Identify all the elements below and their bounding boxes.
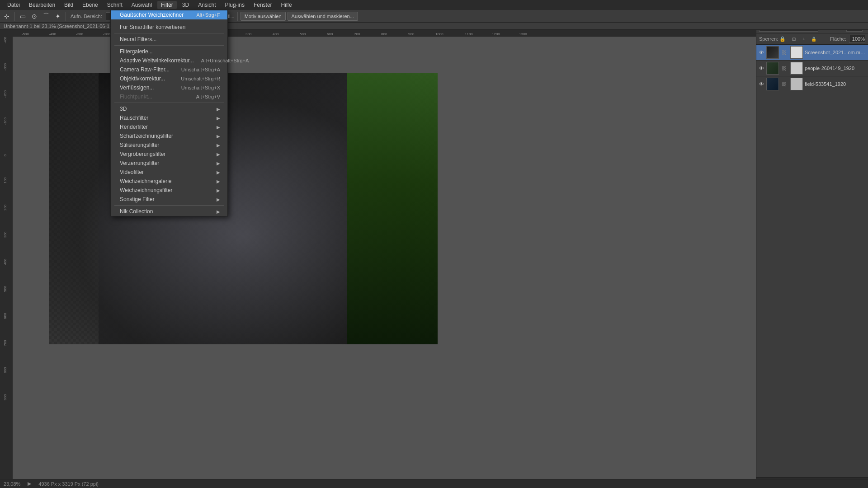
filter-sonstige[interactable]: Sonstige Filter ▶ [111,195,227,204]
filter-verfluessigen[interactable]: Verflüssigen... Umschalt+Strg+X [111,83,227,92]
filter-objektiv-shortcut: Umschalt+Strg+R [181,76,220,81]
layer-mask-screenshot [790,46,803,59]
svg-text:-300: -300 [76,32,84,36]
toolbar-separator-2 [66,12,66,21]
filter-fluchtpunkt-label: Fluchtpunkt... [120,94,152,100]
motiv-auswaehlen-btn[interactable]: Motiv auswählen [241,12,286,21]
svg-text:700: 700 [3,340,7,346]
layer-name-people: people-2604149_1920 [805,66,866,71]
filter-stilisierung-arrow: ▶ [217,143,220,148]
layer-chain-3: ⛓ [782,81,787,87]
filter-scharf[interactable]: Scharfzeichnungsfilter ▶ [111,131,227,141]
menu-datei[interactable]: Datei [4,1,24,9]
filter-video-label: Videofilter [120,169,144,175]
filter-vergroe[interactable]: Vergröberungsfilter ▶ [111,150,227,159]
menu-fenster[interactable]: Fenster [250,1,276,9]
filter-objektiv[interactable]: Objektivkorrektur... Umschalt+Strg+R [111,74,227,83]
filter-weich-galerie-label: Weichzeichnergalerie [120,178,172,184]
rect-select-btn[interactable]: ▭ [18,11,28,21]
auswaehlen-maskieren-btn[interactable]: Auswählen und maskieren... [288,12,358,21]
document-dimensions: 4936 Px x 3319 Px (72 ppi) [38,481,99,487]
layer-vis-people[interactable]: 👁 [758,65,764,71]
filter-gallery-label: Filtergalerie... [120,48,153,55]
layer-chain-1: ⛓ [782,50,787,55]
canvas-document[interactable] [49,73,438,344]
menu-hilfe[interactable]: Hilfe [278,1,296,9]
layer-vis-field[interactable]: 👁 [758,81,764,87]
svg-text:300: 300 [245,32,252,36]
filter-weich-filter[interactable]: Weichzeichnungsfilter ▶ [111,186,227,195]
layer-item-field[interactable]: 👁 ⛓ field-533541_1920 [756,76,868,92]
menu-3d[interactable]: 3D [179,1,193,9]
layer-name-field: field-533541_1920 [805,81,866,87]
filter-sep-1 [114,21,224,21]
menu-ebene[interactable]: Ebene [79,1,102,9]
filter-objektiv-label: Objektivkorrektur... [120,75,165,82]
filter-weich-galerie-arrow: ▶ [217,179,220,184]
right-panel: Ebenen Kanäle Pfade 3D ⊟ Art Art ⊡ ◑ T □… [756,0,868,488]
magic-wand-btn[interactable]: ✦ [53,11,63,21]
svg-text:-200: -200 [3,90,7,98]
filter-3d[interactable]: 3D ▶ [111,104,227,113]
filter-render[interactable]: Renderfilter ▶ [111,122,227,131]
fill-lock-row: Sperren: 🔒 ⊡ + 🔒 Fläche: [756,33,868,45]
svg-text:600: 600 [3,313,7,319]
filter-rausch[interactable]: Rauschfilter ▶ [111,113,227,122]
filter-gauss-item[interactable]: Gaußscher Weichzeichner Alt+Strg+F [111,10,227,19]
lock-all-btn[interactable]: 🔒 [810,35,817,42]
svg-text:900: 900 [3,394,7,400]
layer-vis-screenshot[interactable]: 👁 [758,49,764,56]
lock-pos-btn[interactable]: + [800,35,807,42]
svg-text:1000: 1000 [435,32,443,36]
filter-rausch-arrow: ▶ [217,116,220,121]
svg-text:-200: -200 [103,32,111,36]
ruler-corner [0,30,13,37]
menu-filter[interactable]: Filter [157,1,177,9]
menu-schrift[interactable]: Schrift [104,1,126,9]
lock-px-btn[interactable]: ⊡ [790,35,797,42]
zoom-level: 23,08% [4,481,20,487]
filter-stilisierung-label: Stilisierungsfilter [120,142,159,148]
svg-text:700: 700 [354,32,360,36]
svg-text:100: 100 [3,177,7,183]
filter-render-label: Renderfilter [120,124,148,130]
filter-adaptive[interactable]: Adaptive Weitwinkelkorrektur... Alt+Umsc… [111,56,227,65]
status-bar: 23,08% ▶ 4936 Px x 3319 Px (72 ppi) [0,479,868,488]
menu-auswahl[interactable]: Auswahl [128,1,156,9]
filter-smart-convert[interactable]: Für Smartfilter konvertieren [111,23,227,32]
filter-video-arrow: ▶ [217,170,220,175]
layers-list: 👁 ⛓ Screenshot_2021...om.mui.gallery 👁 ⛓… [756,45,868,92]
layer-item-people[interactable]: 👁 ⛓ people-2604149_1920 [756,61,868,76]
filter-camera-raw[interactable]: Camera Raw-Filter... Umschalt+Strg+A [111,65,227,74]
lock-label: Sperren: 🔒 [759,36,786,42]
svg-text:600: 600 [327,32,333,36]
svg-text:1300: 1300 [519,32,527,36]
filter-neural[interactable]: Neural Filters... [111,35,227,44]
filter-verzerrung[interactable]: Verzerrungsfilter ▶ [111,159,227,168]
menu-bild[interactable]: Bild [61,1,77,9]
move-tool-btn[interactable]: ⊹ [2,11,12,21]
svg-text:-300: -300 [3,63,7,70]
svg-text:800: 800 [381,32,387,36]
layer-mask-people [790,62,803,75]
status-separator: ▶ [28,481,31,487]
menu-ansicht[interactable]: Ansicht [194,1,219,9]
filter-sep-5 [114,205,224,206]
filter-3d-arrow: ▶ [217,107,220,112]
layer-item-screenshot[interactable]: 👁 ⛓ Screenshot_2021...om.mui.gallery [756,45,868,61]
filter-stilisierung[interactable]: Stilisierungsfilter ▶ [111,141,227,150]
filter-weich-galerie[interactable]: Weichzeichnergalerie ▶ [111,177,227,186]
svg-text:200: 200 [3,204,7,211]
filter-verfluessigen-shortcut: Umschalt+Strg+X [181,85,220,90]
filter-nik[interactable]: Nik Collection ▶ [111,207,227,216]
filter-rausch-label: Rauschfilter [120,115,148,121]
ellipse-select-btn[interactable]: ⊙ [29,11,39,21]
filter-verzerrung-arrow: ▶ [217,161,220,166]
filter-camera-label: Camera Raw-Filter... [120,66,170,73]
fill-input[interactable] [849,35,865,43]
menu-bearbeiten[interactable]: Bearbeiten [25,1,59,9]
lasso-btn[interactable]: ⌒ [41,11,51,21]
filter-video[interactable]: Videofilter ▶ [111,168,227,177]
menu-plugins[interactable]: Plug-ins [222,1,248,9]
filter-gallery[interactable]: Filtergalerie... [111,47,227,56]
